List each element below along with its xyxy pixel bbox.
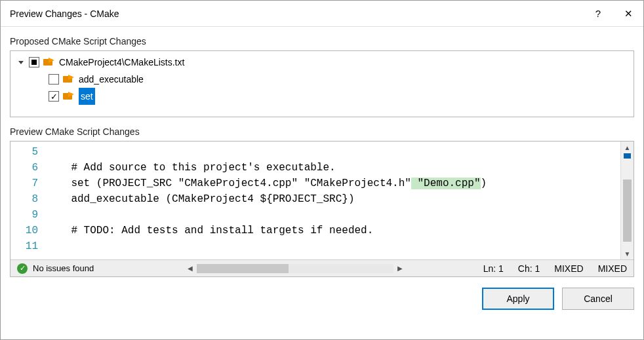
title-bar: Preview Changes - CMake ? ✕ (1, 1, 643, 27)
scroll-marker (624, 153, 631, 159)
scroll-up-icon[interactable]: ▲ (624, 142, 631, 153)
preview-changes-label: Preview CMake Script Changes (10, 126, 634, 137)
status-line: Ln: 1 (483, 263, 504, 274)
cmake-function-icon (63, 74, 75, 85)
scroll-track[interactable] (621, 153, 634, 248)
ok-check-icon: ✓ (17, 263, 28, 274)
scroll-thumb[interactable] (623, 179, 632, 242)
scroll-left-icon[interactable]: ◀ (185, 265, 195, 272)
tree-item[interactable]: set (14, 88, 630, 105)
vertical-scrollbar[interactable]: ▲ ▼ (620, 142, 634, 259)
checkbox[interactable] (49, 91, 59, 102)
line-number-gutter: 567891011 (10, 142, 46, 259)
status-mode-2: MIXED (598, 263, 627, 274)
status-mode-1: MIXED (554, 263, 583, 274)
cmake-function-icon (63, 91, 75, 102)
apply-button[interactable]: Apply (482, 288, 554, 310)
window-title: Preview Changes - CMake (10, 9, 583, 19)
help-button[interactable]: ? (583, 1, 613, 27)
checkbox[interactable] (49, 74, 59, 85)
tree-root-label: CMakeProject4\CMakeLists.txt (59, 54, 184, 71)
horizontal-scrollbar[interactable]: ◀ ▶ (112, 264, 477, 273)
status-char: Ch: 1 (518, 263, 540, 274)
tree-root-row[interactable]: CMakeProject4\CMakeLists.txt (14, 54, 630, 71)
issues-status: No issues found (33, 263, 94, 273)
tree-item[interactable]: add_executable (14, 71, 630, 88)
cmake-file-icon (43, 57, 55, 67)
proposed-changes-tree[interactable]: CMakeProject4\CMakeLists.txt add_executa… (10, 50, 634, 117)
close-button[interactable]: ✕ (613, 1, 643, 27)
proposed-changes-label: Proposed CMake Script Changes (10, 36, 634, 47)
dialog-buttons: Apply Cancel (10, 277, 634, 320)
cancel-button[interactable]: Cancel (562, 288, 634, 310)
preview-editor: 567891011 # Add source to this project's… (10, 141, 634, 277)
chevron-down-icon[interactable] (17, 58, 25, 66)
editor-status-bar: ✓ No issues found ◀ ▶ Ln: 1 Ch: 1 MIXED … (10, 259, 634, 276)
code-content[interactable]: # Add source to this project's executabl… (46, 142, 620, 259)
tree-item-label: set (79, 88, 95, 105)
checkbox-intermediate[interactable] (29, 57, 39, 67)
hscroll-thumb[interactable] (197, 264, 289, 273)
scroll-down-icon[interactable]: ▼ (624, 248, 631, 259)
scroll-right-icon[interactable]: ▶ (395, 265, 405, 272)
tree-item-label: add_executable (79, 71, 144, 88)
hscroll-track[interactable] (197, 264, 393, 273)
